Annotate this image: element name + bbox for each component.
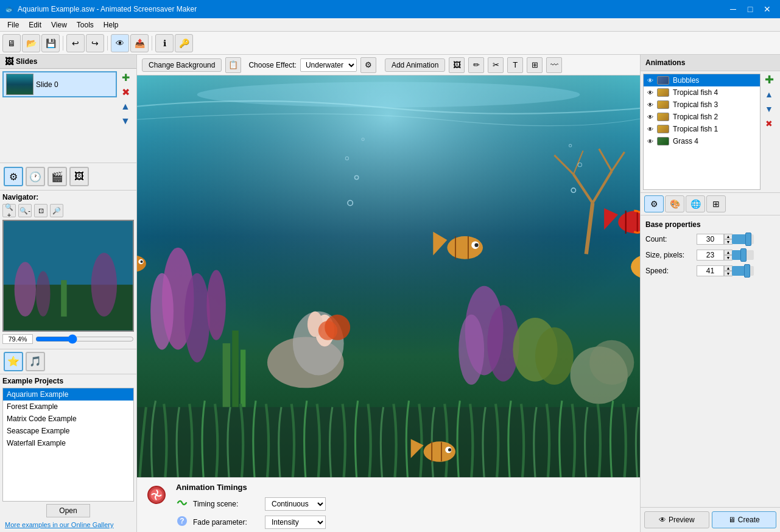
effect-options-button[interactable]: ⚙ [360,57,376,73]
maximize-button[interactable]: □ [742,3,758,15]
anim-item-tropical2[interactable]: 👁 Tropical fish 2 [644,111,760,123]
tool-cut-button[interactable]: ✂ [488,57,504,73]
tab-motion[interactable]: ⚙ [4,167,23,186]
zoom-in-button[interactable]: 🔍+ [2,204,16,217]
prop-tab-color[interactable]: 🎨 [665,195,684,212]
menu-view[interactable]: View [46,19,72,30]
tab-video[interactable]: 🎬 [47,167,67,186]
preview-button[interactable]: 👁 [111,34,129,52]
count-input[interactable] [697,234,724,245]
anim-item-tropical3[interactable]: 👁 Tropical fish 3 [644,99,760,111]
anim-item-grass4[interactable]: 👁 Grass 4 [644,135,760,147]
open-button[interactable]: Open [46,504,90,517]
example-item-seascape[interactable]: Seascape Example [3,425,133,437]
size-down-button[interactable]: ▼ [724,255,733,261]
slide-item[interactable]: Slide 0 [2,71,117,97]
speed-slider-thumb[interactable] [744,264,750,278]
anim-thumb-tropical1 [657,125,669,133]
create-label: Create [738,516,760,524]
svg-point-3 [36,271,51,317]
preview-action-button[interactable]: 👁 Preview [644,511,709,528]
anim-item-tropical1[interactable]: 👁 Tropical fish 1 [644,123,760,135]
canvas-area[interactable] [137,75,640,477]
save-button[interactable]: 💾 [41,34,60,52]
delete-anim-button[interactable]: ✖ [763,117,775,130]
redo-button[interactable]: ↪ [86,34,104,52]
tool-text-button[interactable]: T [507,57,523,73]
anim-eye-icon-5: 👁 [647,126,653,133]
gallery-link[interactable]: More examples in our Online Gallery [2,520,134,530]
undo-button[interactable]: ↩ [66,34,85,52]
tool-image-button[interactable]: 🖼 [449,57,465,73]
add-slide-button[interactable]: ✚ [119,71,132,83]
anim-item-bubbles[interactable]: 👁 Bubbles [644,74,760,86]
tool-pen-button[interactable]: ✏ [468,57,484,73]
effect-select[interactable]: Underwater None Blur [300,58,357,72]
fade-param-select[interactable]: Intensity Speed Duration [265,516,326,529]
music-tab[interactable]: 🎵 [26,352,45,371]
open-button[interactable]: 📂 [22,34,40,52]
tab-image[interactable]: 🖼 [69,167,89,186]
menu-file[interactable]: File [2,19,24,30]
tab-timing[interactable]: 🕐 [26,167,45,186]
menu-help[interactable]: Help [99,19,124,30]
menu-tools[interactable]: Tools [72,19,99,30]
move-anim-up-button[interactable]: ▲ [763,88,775,100]
move-slide-up-button[interactable]: ▲ [119,100,132,113]
bg-options-button[interactable]: 📋 [225,57,241,73]
new-button[interactable]: 🖥 [2,34,21,52]
size-up-button[interactable]: ▲ [724,250,733,255]
svg-point-10 [184,273,210,363]
move-anim-down-button[interactable]: ▼ [763,103,775,115]
svg-rect-4 [61,280,66,317]
anim-name-tropical4: Tropical fish 4 [673,88,718,97]
move-slide-down-button[interactable]: ▼ [119,115,132,127]
prop-tab-layout[interactable]: ⊞ [706,195,726,212]
add-anim-button[interactable]: ✚ [763,74,775,86]
size-track[interactable] [732,250,754,260]
speed-down-button[interactable]: ▼ [724,271,733,276]
count-slider-thumb[interactable] [745,233,751,246]
size-slider-thumb[interactable] [740,248,747,262]
key-button[interactable]: 🔑 [175,34,193,52]
examples-section: Example Projects Aquarium Example Forest… [0,374,136,533]
example-item-matrix[interactable]: Matrix Code Example [3,413,133,425]
prop-tab-globe[interactable]: 🌐 [686,195,705,212]
delete-slide-button[interactable]: ✖ [119,86,132,98]
close-button[interactable]: ✕ [759,3,775,15]
actual-size-button[interactable]: 🔎 [50,204,63,217]
info-button[interactable]: ℹ [155,34,174,52]
add-animation-button[interactable]: Add Animation [385,58,445,72]
publish-button[interactable]: 📤 [130,34,149,52]
count-track[interactable] [732,234,754,244]
size-input[interactable] [697,250,724,261]
zoom-out-button[interactable]: 🔍- [18,204,32,217]
titlebar-controls: ─ □ ✕ [725,3,775,15]
example-item-forest[interactable]: Forest Example [3,401,133,413]
minimize-button[interactable]: ─ [725,3,741,15]
svg-rect-29 [137,407,640,477]
change-background-button[interactable]: Change Background [142,58,222,72]
navigator-thumbnail[interactable] [2,220,134,332]
preview-icon: 👁 [659,516,666,524]
timing-scene-select[interactable]: Continuous Once Loop [265,497,326,511]
favorites-tab[interactable]: ⭐ [4,352,23,371]
create-action-button[interactable]: 🖥 Create [712,511,777,528]
tool-wave-button[interactable]: 〰 [546,57,562,73]
count-up-button[interactable]: ▲ [724,234,733,239]
prop-tab-settings[interactable]: ⚙ [644,195,664,212]
anim-item-tropical4[interactable]: 👁 Tropical fish 4 [644,86,760,99]
menu-edit[interactable]: Edit [24,19,46,30]
speed-track[interactable] [732,266,754,276]
speed-input[interactable] [697,265,724,276]
anim-thumb-grass4 [657,137,669,145]
example-item-aquarium[interactable]: Aquarium Example [3,388,133,401]
speed-up-button[interactable]: ▲ [724,265,733,271]
speed-label: Speed: [645,267,694,275]
count-down-button[interactable]: ▼ [724,239,733,245]
zoom-slider[interactable] [35,334,134,344]
example-item-waterfall[interactable]: Waterfall Example [3,437,133,449]
tool-grid-button[interactable]: ⊞ [527,57,543,73]
count-row: Count: ▲ ▼ [645,234,775,245]
fit-button[interactable]: ⊡ [34,204,47,217]
